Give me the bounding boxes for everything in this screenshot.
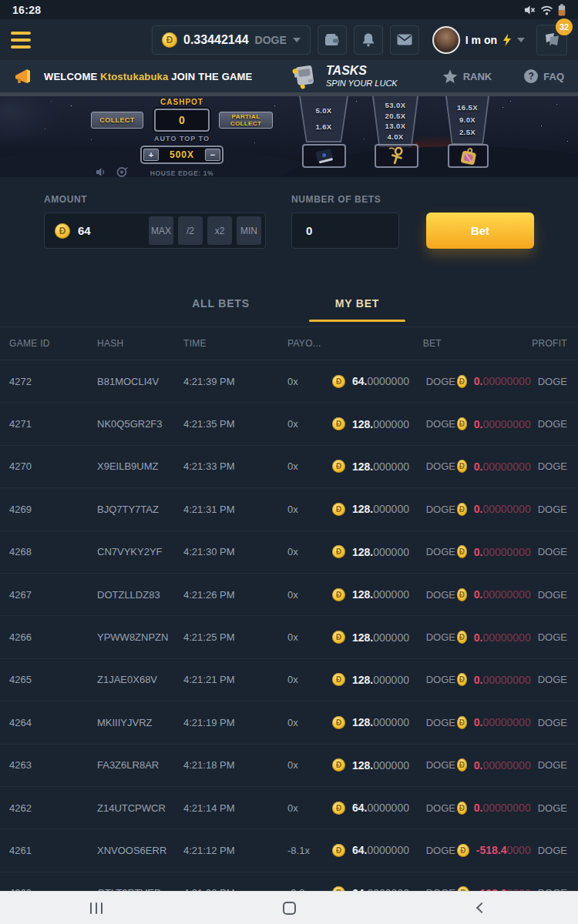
cell-profit: Đ 0.00000000 DOGE	[457, 417, 569, 430]
cell-game-id: 4271	[9, 418, 97, 430]
item-card-amulet[interactable]	[448, 144, 489, 168]
header-time: TIME	[183, 338, 287, 349]
cell-payout: -8.1x	[287, 845, 332, 856]
tasks-link[interactable]: TASKSSPIN YOUR LUCK	[291, 63, 398, 89]
cell-time: 4:21:39 PM	[183, 376, 287, 387]
table-row[interactable]: 4271 NK0Q5GR2F3 4:21:35 PM 0x Đ 128.0000…	[0, 403, 578, 445]
faq-link[interactable]: ? FAQ	[524, 69, 564, 83]
number-of-bets-label: NUMBER OF BETS	[291, 194, 399, 205]
amount-2-button[interactable]: /2	[178, 216, 203, 245]
rank-link[interactable]: RANK	[442, 69, 492, 84]
header-profit: PROFIT	[457, 338, 569, 349]
doge-coin-icon: Đ	[457, 758, 467, 772]
header-game-id: GAME ID	[9, 338, 97, 349]
minus-button[interactable]: −	[205, 149, 220, 161]
cell-profit: Đ 0.00000000 DOGE	[457, 588, 569, 601]
wallet-button[interactable]	[318, 25, 347, 55]
promo-banner: WELCOME Ktostukabuka JOIN THE GAME TASKS…	[0, 60, 578, 92]
notifications-button[interactable]	[354, 25, 383, 55]
home-button[interactable]	[193, 902, 385, 915]
user-name: I m on	[465, 34, 497, 46]
doge-coin-icon: Đ	[332, 758, 345, 772]
table-row[interactable]: 4264 MKIIIYJVRZ 4:21:19 PM 0x Đ 128.0000…	[0, 701, 578, 744]
recents-button[interactable]	[0, 902, 193, 914]
balance-selector[interactable]: Đ 0.33442144 DOGE	[152, 25, 311, 55]
table-row[interactable]: 4262 Z14UTCPWCR 4:21:14 PM 0x Đ 64.00000…	[0, 787, 578, 829]
table-row[interactable]: 4263 FA3Z6LR8AR 4:21:18 PM 0x Đ 128.0000…	[0, 745, 578, 787]
snail-icon[interactable]	[116, 166, 129, 177]
sound-muted-icon	[524, 5, 536, 15]
amount-input[interactable]	[78, 224, 132, 237]
cell-game-id: 4266	[9, 631, 97, 643]
item-card-ankh[interactable]	[375, 144, 418, 168]
slot-machine-icon	[291, 63, 318, 89]
header-payout: PAYO...	[287, 338, 332, 349]
doge-coin-icon: Đ	[457, 716, 467, 729]
table-row[interactable]: 4270 X9EILB9UMZ 4:21:33 PM 0x Đ 128.0000…	[0, 446, 578, 488]
item-card-book[interactable]	[302, 144, 346, 168]
cashpot-label: CASHPOT	[154, 98, 210, 106]
header-bet: BET	[332, 338, 457, 349]
cell-payout: 0x	[287, 376, 332, 387]
speaker-icon[interactable]	[96, 167, 106, 177]
doge-coin-icon: Đ	[332, 802, 345, 815]
amount-max-button[interactable]: MAX	[149, 216, 173, 245]
bet-button[interactable]: Bet	[426, 213, 534, 249]
chat-icon	[543, 32, 560, 48]
tasks-subtitle: SPIN YOUR LUCK	[326, 79, 398, 89]
cell-bet: Đ 64.0000000 DOGE	[332, 375, 457, 388]
cell-time: 4:21:31 PM	[183, 504, 287, 515]
cell-bet: Đ 128.000000 DOGE	[332, 758, 457, 772]
cell-game-id: 4264	[9, 717, 97, 728]
messages-button[interactable]	[390, 25, 419, 55]
chat-button[interactable]: 32	[536, 25, 567, 55]
cell-hash: B81MOCLI4V	[97, 376, 183, 387]
table-row[interactable]: 4267 DOTZLLDZ83 4:21:26 PM 0x Đ 128.0000…	[0, 574, 578, 616]
doge-coin-icon: Đ	[332, 417, 345, 430]
cashpot-value: 0	[154, 109, 210, 132]
cell-profit: Đ 0.00000000 DOGE	[457, 375, 569, 388]
user-menu[interactable]: I m on	[432, 26, 525, 54]
table-row[interactable]: 4269 BJQ7TY7TAZ 4:21:31 PM 0x Đ 128.0000…	[0, 488, 578, 531]
header-hash: HASH	[97, 338, 183, 349]
cell-profit: Đ 0.00000000 DOGE	[457, 503, 569, 516]
tab-my-bet[interactable]: MY BET	[289, 280, 425, 326]
table-row[interactable]: 4265 Z1JAE0X68V 4:21:21 PM 0x Đ 128.0000…	[0, 659, 578, 701]
multiplier-label: 5.0X	[315, 106, 331, 115]
number-of-bets-input[interactable]	[306, 224, 360, 237]
doge-coin-icon: Đ	[457, 460, 467, 473]
partial-collect-button[interactable]: PARTIAL COLLECT	[219, 112, 273, 129]
cell-time: 4:21:35 PM	[183, 418, 287, 430]
doge-coin-icon: Đ	[457, 503, 467, 516]
doge-coin-icon: Đ	[332, 673, 345, 686]
android-nav-bar	[0, 891, 578, 924]
table-row[interactable]: 4272 B81MOCLI4V 4:21:39 PM 0x Đ 64.00000…	[0, 360, 578, 403]
amount-min-button[interactable]: MIN	[237, 216, 261, 245]
table-header: GAME ID HASH TIME PAYO... BET PROFIT	[0, 327, 578, 360]
menu-icon[interactable]	[11, 32, 31, 49]
bet-controls: AMOUNT Đ MAX/2x2MIN NUMBER OF BETS Bet	[0, 177, 578, 266]
cell-game-id: 4262	[9, 802, 97, 814]
table-row[interactable]: 4261 XNVOOS6ERR 4:21:12 PM -8.1x Đ 64.00…	[0, 829, 578, 872]
multiplier-label: 13.0X	[385, 122, 406, 130]
balance-amount: 0.33442144	[183, 33, 249, 47]
back-button[interactable]	[385, 904, 578, 912]
app-screen: 16:28 Đ 0.33442144 DOGE	[0, 0, 578, 924]
cell-hash: FA3Z6LR8AR	[97, 759, 183, 771]
doge-coin-icon: Đ	[457, 588, 467, 601]
auto-top-label: AUTO TOP TO	[140, 135, 223, 142]
cell-hash: MKIIIYJVRZ	[97, 717, 183, 728]
plus-button[interactable]: +	[143, 149, 159, 161]
tab-all-bets[interactable]: ALL BETS	[153, 280, 289, 326]
collect-button[interactable]: COLLECT	[91, 112, 143, 129]
amount-x2-button[interactable]: x2	[207, 216, 232, 245]
cell-payout: 0x	[287, 674, 332, 685]
bets-tabs: ALL BETS MY BET	[0, 266, 578, 327]
table-row[interactable]: 4268 CN7VYKY2YF 4:21:30 PM 0x Đ 128.0000…	[0, 531, 578, 574]
cell-bet: Đ 128.000000 DOGE	[332, 460, 457, 473]
table-row[interactable]: 4266 YPWW8ZNPZN 4:21:25 PM 0x Đ 128.0000…	[0, 616, 578, 658]
recents-icon	[90, 902, 103, 914]
cell-bet: Đ 128.000000 DOGE	[332, 673, 457, 686]
cell-payout: 0x	[287, 546, 332, 557]
multiplier-tower-2: 53.0X20.5X13.0X4.0X	[372, 96, 418, 147]
